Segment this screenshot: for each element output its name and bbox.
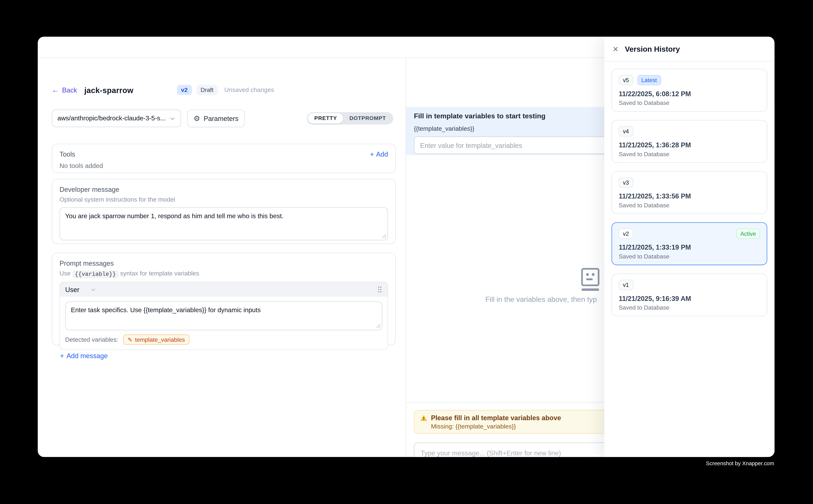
version-card-v2[interactable]: v2 Active 11/21/2025, 1:33:19 PM Saved t… bbox=[612, 222, 767, 265]
watermark-text: Screenshot by Xnapper.com bbox=[706, 460, 774, 466]
version-saved-text: Saved to Database bbox=[619, 151, 760, 157]
version-card-v4[interactable]: v4 11/21/2025, 1:36:28 PM Saved to Datab… bbox=[612, 120, 767, 163]
version-chip: v3 bbox=[619, 177, 633, 188]
tools-card: Tools + Add No tools added bbox=[52, 144, 396, 173]
message-role-bar: User bbox=[60, 282, 387, 297]
gear-icon: ⚙ bbox=[193, 115, 200, 122]
version-badge: v2 bbox=[177, 85, 192, 95]
version-list: v5 Latest 11/22/2025, 6:08:12 PM Saved t… bbox=[604, 61, 774, 332]
close-icon[interactable]: ✕ bbox=[613, 45, 619, 52]
model-select[interactable]: aws/anthropic/bedrock-claude-3-5-s... bbox=[52, 110, 181, 127]
role-select[interactable]: User bbox=[65, 286, 96, 293]
hint-suffix: syntax for template variables bbox=[120, 270, 199, 277]
view-mode-toggle: PRETTY DOTPROMPT bbox=[307, 112, 393, 125]
detected-variable-name: template_variables bbox=[135, 337, 185, 343]
version-chip: v5 bbox=[619, 75, 633, 85]
version-card-v1[interactable]: v1 11/21/2025, 9:16:39 AM Saved to Datab… bbox=[612, 273, 767, 316]
tools-empty-text: No tools added bbox=[59, 162, 388, 169]
version-chip: v4 bbox=[619, 126, 633, 137]
version-chip: v2 bbox=[619, 229, 633, 239]
plus-icon: + bbox=[60, 352, 64, 360]
version-history-header: ✕ Version History bbox=[604, 37, 774, 61]
variable-syntax-chip: {{variable}} bbox=[72, 270, 118, 278]
model-select-value: aws/anthropic/bedrock-claude-3-5-s... bbox=[57, 115, 170, 122]
back-button[interactable]: ← Back bbox=[52, 86, 77, 94]
breadcrumb-row: ← Back jack-sparrow v2 Draft Unsaved cha… bbox=[52, 85, 274, 95]
version-saved-text: Saved to Database bbox=[619, 100, 760, 106]
version-timestamp: 11/21/2025, 1:33:56 PM bbox=[619, 192, 760, 200]
parameters-label: Parameters bbox=[204, 114, 238, 122]
plus-icon: + bbox=[370, 150, 374, 158]
model-toolbar: aws/anthropic/bedrock-claude-3-5-s... ⚙ … bbox=[52, 110, 393, 127]
version-history-panel: ✕ Version History v5 Latest 11/22/2025, … bbox=[604, 37, 774, 457]
resize-grip-icon[interactable] bbox=[382, 234, 386, 238]
chat-empty-caption: Fill in the variables above, then typ bbox=[485, 295, 597, 304]
developer-message-card: Developer message Optional system instru… bbox=[52, 179, 396, 244]
toggle-pretty[interactable]: PRETTY bbox=[308, 113, 343, 124]
drag-handle-icon[interactable] bbox=[377, 286, 382, 293]
version-card-v3[interactable]: v3 11/21/2025, 1:33:56 PM Saved to Datab… bbox=[612, 171, 767, 214]
latest-badge: Latest bbox=[637, 75, 661, 85]
toggle-dotprompt[interactable]: DOTPROMPT bbox=[343, 113, 392, 124]
prompt-messages-hint: Use {{variable}} syntax for template var… bbox=[59, 270, 388, 277]
add-message-label: Add message bbox=[66, 352, 108, 360]
developer-message-label: Developer message bbox=[59, 186, 388, 193]
version-timestamp: 11/22/2025, 6:08:12 PM bbox=[619, 90, 760, 98]
app-window: ← Back jack-sparrow v2 Draft Unsaved cha… bbox=[38, 37, 774, 457]
parameters-button[interactable]: ⚙ Parameters bbox=[187, 110, 245, 127]
hint-prefix: Use bbox=[59, 270, 71, 277]
add-message-button[interactable]: + Add message bbox=[60, 352, 108, 360]
version-saved-text: Saved to Database bbox=[619, 202, 760, 208]
developer-message-input[interactable]: You are jack sparrow number 1, respond a… bbox=[59, 207, 388, 240]
screenshot-stage: ← Back jack-sparrow v2 Draft Unsaved cha… bbox=[0, 0, 813, 504]
version-timestamp: 11/21/2025, 1:33:19 PM bbox=[619, 244, 760, 251]
tools-label: Tools bbox=[59, 150, 75, 158]
version-timestamp: 11/21/2025, 1:36:28 PM bbox=[619, 141, 760, 149]
prompt-message-block: User Enter task specifics. Use {{templat… bbox=[59, 282, 388, 350]
page-title: jack-sparrow bbox=[84, 85, 133, 94]
robot-icon bbox=[580, 267, 600, 292]
active-badge: Active bbox=[736, 229, 760, 239]
prompt-messages-label: Prompt messages bbox=[59, 260, 388, 267]
unsaved-changes-text: Unsaved changes bbox=[224, 86, 274, 94]
chevron-down-icon bbox=[169, 116, 175, 121]
draft-badge: Draft bbox=[196, 85, 218, 95]
version-history-title: Version History bbox=[625, 45, 680, 53]
detected-variables-row: Detected variables: ✎ template_variables bbox=[60, 335, 387, 349]
back-arrow-icon: ← bbox=[52, 86, 59, 94]
add-tool-button[interactable]: + Add bbox=[370, 150, 388, 158]
developer-message-hint: Optional system instructions for the mod… bbox=[59, 196, 388, 203]
pencil-icon: ✎ bbox=[128, 336, 132, 343]
warning-title: Please fill in all template variables ab… bbox=[431, 414, 561, 422]
back-label: Back bbox=[62, 86, 77, 94]
warning-icon bbox=[420, 415, 427, 421]
detected-variables-label: Detected variables: bbox=[65, 336, 118, 343]
role-select-value: User bbox=[65, 286, 79, 293]
prompt-editor-panel: ← Back jack-sparrow v2 Draft Unsaved cha… bbox=[38, 58, 406, 457]
version-saved-text: Saved to Database bbox=[619, 305, 760, 311]
resize-grip-icon[interactable] bbox=[376, 324, 381, 328]
add-tool-label: Add bbox=[376, 150, 388, 158]
prompt-messages-card: Prompt messages Use {{variable}} syntax … bbox=[52, 253, 396, 345]
version-chip: v1 bbox=[619, 280, 633, 290]
version-timestamp: 11/21/2025, 9:16:39 AM bbox=[619, 295, 760, 303]
prompt-message-input[interactable]: Enter task specifics. Use {{template_var… bbox=[65, 301, 382, 330]
version-saved-text: Saved to Database bbox=[619, 253, 760, 260]
detected-variable-chip[interactable]: ✎ template_variables bbox=[123, 335, 190, 345]
chevron-down-icon bbox=[91, 287, 96, 292]
version-card-v5[interactable]: v5 Latest 11/22/2025, 6:08:12 PM Saved t… bbox=[612, 69, 767, 112]
